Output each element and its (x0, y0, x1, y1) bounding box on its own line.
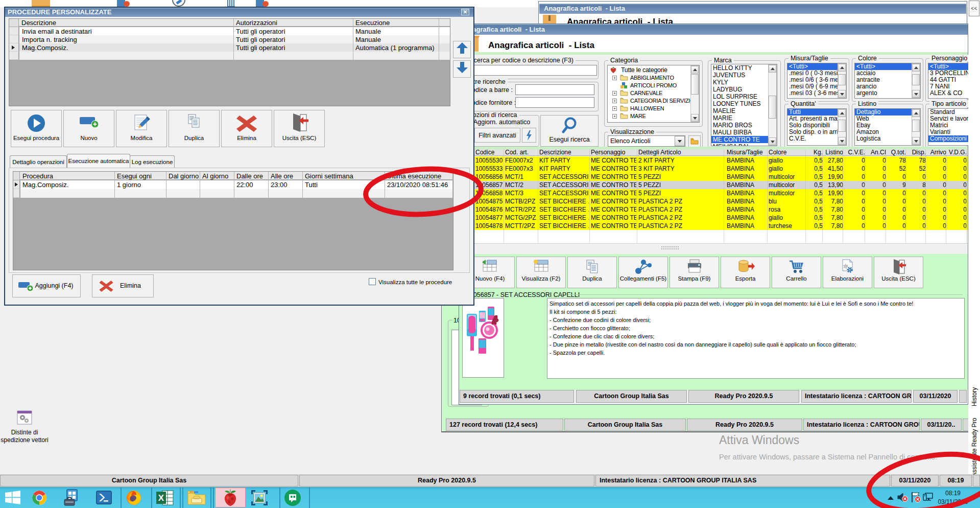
svg-text:X: X (158, 493, 164, 503)
